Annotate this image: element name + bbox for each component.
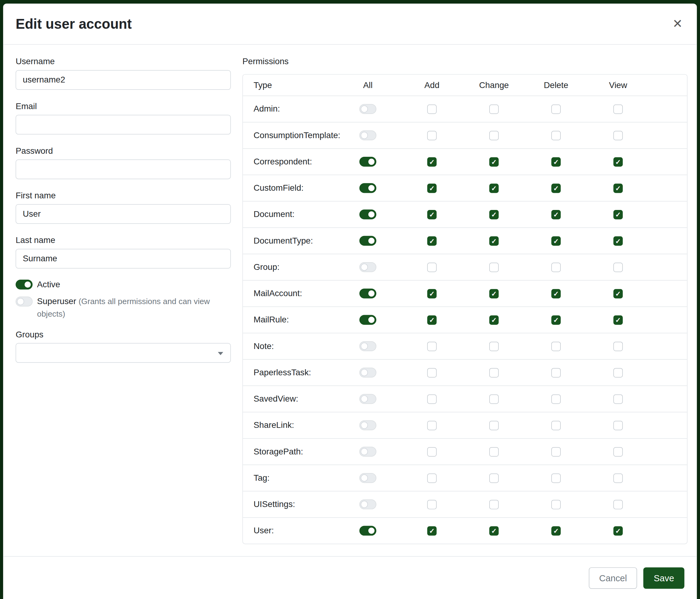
permission-delete-checkbox[interactable]: [551, 210, 561, 219]
permission-all-toggle[interactable]: [359, 288, 377, 298]
permission-delete-checkbox[interactable]: [551, 104, 561, 114]
permission-view-checkbox[interactable]: [613, 157, 623, 167]
last-name-label: Last name: [16, 235, 231, 246]
permission-view-checkbox[interactable]: [613, 473, 623, 483]
permission-change-checkbox[interactable]: [489, 210, 499, 219]
permission-all-toggle[interactable]: [359, 526, 377, 535]
permission-all-toggle[interactable]: [359, 236, 377, 246]
permission-all-toggle[interactable]: [359, 394, 377, 404]
permission-delete-checkbox[interactable]: [551, 131, 561, 140]
permission-view-checkbox[interactable]: [613, 183, 623, 193]
permission-change-checkbox[interactable]: [489, 315, 499, 325]
permission-row: SavedView:: [243, 385, 687, 412]
permission-view-checkbox[interactable]: [613, 447, 623, 456]
permission-change-checkbox[interactable]: [489, 473, 499, 483]
permission-change-checkbox[interactable]: [489, 394, 499, 404]
permission-view-checkbox[interactable]: [613, 210, 623, 219]
permissions-heading: Permissions: [243, 56, 688, 67]
username-input[interactable]: [16, 70, 231, 90]
permission-delete-checkbox[interactable]: [551, 447, 561, 456]
permission-add-checkbox[interactable]: [427, 394, 437, 404]
permission-view-checkbox[interactable]: [613, 421, 623, 430]
permission-change-checkbox[interactable]: [489, 104, 499, 114]
permission-view-checkbox[interactable]: [613, 289, 623, 298]
permission-change-checkbox[interactable]: [489, 447, 499, 456]
permission-all-toggle[interactable]: [359, 368, 377, 378]
close-icon[interactable]: ✕: [671, 16, 684, 32]
permission-change-checkbox[interactable]: [489, 526, 499, 535]
permission-view-checkbox[interactable]: [613, 236, 623, 246]
permission-add-checkbox[interactable]: [427, 289, 437, 298]
permission-all-toggle[interactable]: [359, 210, 377, 219]
permission-delete-checkbox[interactable]: [551, 315, 561, 325]
permission-delete-checkbox[interactable]: [551, 236, 561, 246]
last-name-input[interactable]: [16, 249, 231, 268]
permission-all-toggle[interactable]: [359, 341, 377, 351]
permission-view-checkbox[interactable]: [613, 315, 623, 325]
password-input[interactable]: [16, 160, 231, 179]
permission-all-toggle[interactable]: [359, 447, 377, 457]
permission-all-toggle[interactable]: [359, 262, 377, 272]
permission-add-checkbox[interactable]: [427, 210, 437, 219]
permission-view-checkbox[interactable]: [613, 394, 623, 404]
permission-view-checkbox[interactable]: [613, 341, 623, 351]
permission-view-checkbox[interactable]: [613, 526, 623, 535]
permission-add-checkbox[interactable]: [427, 263, 437, 272]
active-toggle[interactable]: [16, 280, 33, 289]
permission-add-checkbox[interactable]: [427, 157, 437, 167]
permission-add-checkbox[interactable]: [427, 236, 437, 246]
permission-view-checkbox[interactable]: [613, 500, 623, 509]
permission-delete-checkbox[interactable]: [551, 263, 561, 272]
permission-change-checkbox[interactable]: [489, 157, 499, 167]
permission-change-checkbox[interactable]: [489, 131, 499, 140]
permission-change-checkbox[interactable]: [489, 263, 499, 272]
permission-change-checkbox[interactable]: [489, 183, 499, 193]
permission-all-toggle[interactable]: [359, 183, 377, 193]
permission-all-toggle[interactable]: [359, 499, 377, 509]
superuser-toggle[interactable]: [16, 297, 33, 307]
permission-add-checkbox[interactable]: [427, 183, 437, 193]
permission-change-checkbox[interactable]: [489, 289, 499, 298]
permission-view-checkbox[interactable]: [613, 131, 623, 140]
permission-delete-checkbox[interactable]: [551, 473, 561, 483]
permission-all-toggle[interactable]: [359, 104, 377, 114]
permission-delete-checkbox[interactable]: [551, 289, 561, 298]
permission-delete-checkbox[interactable]: [551, 421, 561, 430]
permission-all-toggle[interactable]: [359, 315, 377, 325]
permission-add-checkbox[interactable]: [427, 500, 437, 509]
first-name-input[interactable]: [16, 204, 231, 224]
permission-view-checkbox[interactable]: [613, 368, 623, 378]
permission-delete-checkbox[interactable]: [551, 368, 561, 378]
permission-view-checkbox[interactable]: [613, 104, 623, 114]
permission-add-checkbox[interactable]: [427, 421, 437, 430]
email-input[interactable]: [16, 115, 231, 135]
permission-delete-checkbox[interactable]: [551, 183, 561, 193]
permission-change-checkbox[interactable]: [489, 500, 499, 509]
permission-delete-checkbox[interactable]: [551, 394, 561, 404]
permission-add-checkbox[interactable]: [427, 526, 437, 535]
permission-delete-checkbox[interactable]: [551, 341, 561, 351]
permission-add-checkbox[interactable]: [427, 368, 437, 378]
permission-change-checkbox[interactable]: [489, 368, 499, 378]
permission-add-checkbox[interactable]: [427, 104, 437, 114]
permission-all-toggle[interactable]: [359, 420, 377, 430]
save-button[interactable]: Save: [644, 567, 684, 589]
permission-view-checkbox[interactable]: [613, 263, 623, 272]
permission-add-checkbox[interactable]: [427, 447, 437, 456]
permission-change-checkbox[interactable]: [489, 421, 499, 430]
permission-delete-checkbox[interactable]: [551, 500, 561, 509]
permission-all-toggle[interactable]: [359, 157, 377, 167]
permission-delete-checkbox[interactable]: [551, 526, 561, 535]
permission-all-toggle[interactable]: [359, 130, 377, 140]
permission-delete-checkbox[interactable]: [551, 157, 561, 167]
permission-add-checkbox[interactable]: [427, 473, 437, 483]
permission-add-checkbox[interactable]: [427, 131, 437, 140]
cancel-button[interactable]: Cancel: [589, 567, 637, 589]
permission-add-checkbox[interactable]: [427, 315, 437, 325]
permission-change-checkbox[interactable]: [489, 236, 499, 246]
permission-all-toggle[interactable]: [359, 473, 377, 483]
toggle-knob: [361, 422, 368, 429]
permission-add-checkbox[interactable]: [427, 341, 437, 351]
groups-select[interactable]: [16, 343, 231, 363]
permission-change-checkbox[interactable]: [489, 341, 499, 351]
